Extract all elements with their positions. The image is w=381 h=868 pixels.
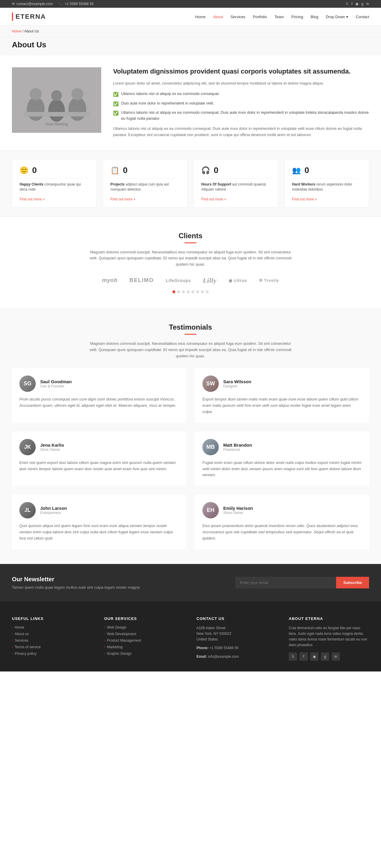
page-title-section: About Us (0, 37, 381, 55)
footer-service-graphic-design[interactable]: › Graphic Design (104, 652, 185, 656)
nav-item-home[interactable]: Home (195, 14, 206, 19)
footer-link-terms[interactable]: › Terms of service (12, 645, 92, 649)
nav-item-portfolio[interactable]: Portfolio (253, 14, 267, 19)
nav-link-about[interactable]: About (213, 14, 223, 19)
dot-2[interactable] (177, 290, 180, 293)
dot-3[interactable] (182, 290, 185, 293)
footer-service-product-mgmt[interactable]: › Product Management (104, 639, 185, 643)
author-name-5: John Larson (40, 506, 67, 511)
testimonial-text-5: Quis quorum aliqua sint quem legam fore … (19, 523, 179, 541)
arrow-icon: › (12, 626, 13, 629)
author-name-1: Saul Goodman (40, 379, 72, 384)
email-icon: ✉ (12, 2, 15, 6)
google-icon[interactable]: g (361, 2, 363, 6)
stat-label-1: Happy Clients consequuntur quae qui deca… (20, 182, 89, 192)
dot-6[interactable] (196, 290, 199, 293)
about-heading: Voluptatem dignissimos provident quasi c… (113, 67, 369, 76)
testimonial-text-4: Fugiat enim eram quae cillum dolore dolo… (202, 460, 362, 478)
footer-facebook-icon[interactable]: f (299, 652, 308, 661)
svg-point-4 (48, 99, 65, 122)
nav-link-portfolio[interactable]: Portfolio (253, 14, 267, 19)
nav-link-team[interactable]: Team (275, 14, 284, 19)
breadcrumb-home[interactable]: Home (12, 29, 22, 33)
footer-linkedin-icon[interactable]: in (331, 652, 340, 661)
avatar-1: SG (19, 375, 36, 392)
nav-item-team[interactable]: Team (275, 14, 284, 19)
stat-link-1[interactable]: Find out more » (20, 197, 45, 201)
author-info-5: John Larson Entrepreneur (40, 506, 67, 515)
nav-link-blog[interactable]: Blog (311, 14, 318, 19)
arrow-icon: › (104, 645, 105, 649)
author-info-6: Emily Harison Store Owner (223, 506, 253, 515)
stat-header-3: 🎧 0 (201, 165, 271, 175)
testimonial-card-4: MB Matt Brandon Freelancer Fugiat enim e… (195, 431, 369, 486)
newsletter-subscribe-button[interactable]: Subscribe (336, 577, 369, 588)
top-bar-social: 𝕏 f ◉ g in (346, 2, 369, 6)
author-role-3: Store Owner (40, 447, 64, 452)
dot-8[interactable] (206, 290, 209, 293)
avatar-6: EH (202, 502, 219, 519)
dot-1[interactable] (172, 290, 175, 293)
phone-icon: 📞 (59, 2, 63, 6)
footer-link-privacy[interactable]: › Privacy policy (12, 652, 92, 656)
newsletter-text: Our Newsletter Tamen quem nulla quae leg… (12, 576, 139, 590)
footer-link-services[interactable]: › Services (12, 639, 92, 643)
nav-item-blog[interactable]: Blog (311, 14, 318, 19)
nav-link-services[interactable]: Services (230, 14, 245, 19)
nav-link-dropdown[interactable]: Drop Down ▾ (326, 14, 349, 19)
about-content: Team Meeting Voluptatem dignissimos prov… (0, 55, 381, 150)
footer-address: A108 Adam Street New York, NY 535022 Uni… (196, 625, 277, 643)
footer-about-text: Cras fermentum odio eu feugiat lide par … (289, 625, 369, 648)
logo-bar-icon (12, 12, 13, 21)
clients-section: Clients Magnam dolores commodi suscipit.… (0, 217, 381, 308)
avatar-placeholder-4: MB (202, 439, 219, 455)
nav-item-pricing[interactable]: Pricing (291, 14, 303, 19)
avatar-3: JK (19, 439, 36, 455)
clients-underline (185, 242, 196, 243)
footer-email: Email: info@example.com (196, 654, 277, 659)
testimonials-underline (185, 334, 196, 335)
nav-link-home[interactable]: Home (195, 14, 206, 19)
breadcrumb-current: About Us (24, 29, 39, 33)
avatar-placeholder-3: JK (19, 439, 36, 455)
breadcrumb: Home / About Us (0, 26, 381, 37)
nav-item-about[interactable]: About (213, 14, 223, 19)
footer-twitter-icon[interactable]: 𝕏 (289, 652, 297, 661)
client-logo-myob: myob (102, 277, 118, 283)
testimonial-card-1: SG Saul Goodman Ceo & Founder Proin iacu… (12, 368, 186, 422)
dot-5[interactable] (191, 290, 194, 293)
arrow-icon: › (12, 645, 13, 649)
testimonials-grid: SG Saul Goodman Ceo & Founder Proin iacu… (12, 368, 369, 549)
nav-link-contact[interactable]: Contact (356, 14, 369, 19)
avatar-2: SW (202, 375, 219, 392)
footer-service-web-dev[interactable]: › Web Development (104, 632, 185, 636)
check-item-2: ✅ Duis aute irure dolor in reprehenderit… (113, 100, 369, 107)
nav-item-contact[interactable]: Contact (356, 14, 369, 19)
linkedin-icon[interactable]: in (367, 2, 369, 6)
nav-item-services[interactable]: Services (230, 14, 245, 19)
footer-service-marketing[interactable]: › Marketing (104, 645, 185, 649)
about-body: Ullamco laboris nisi ut aliquip ex ea co… (113, 126, 369, 138)
nav-item-dropdown[interactable]: Drop Down ▾ (326, 14, 349, 19)
footer-link-about[interactable]: › About us (12, 632, 92, 636)
footer-google-icon[interactable]: g (321, 652, 329, 661)
footer-link-home[interactable]: › Home (12, 625, 92, 629)
stat-link-4[interactable]: Find out more » (292, 197, 317, 201)
twitter-icon[interactable]: 𝕏 (346, 2, 349, 6)
nav-link-pricing[interactable]: Pricing (291, 14, 303, 19)
newsletter-email-input[interactable] (235, 577, 336, 588)
author-name-6: Emily Harison (223, 506, 253, 511)
instagram-icon[interactable]: ◉ (355, 2, 358, 6)
carousel-dots[interactable] (12, 290, 369, 293)
stat-card-happy-clients: 🙂 0 Happy Clients consequuntur quae qui … (12, 159, 97, 208)
clients-title: Clients (12, 232, 369, 240)
stat-link-3[interactable]: Find out more » (201, 197, 226, 201)
footer-service-web-design[interactable]: › Web Design (104, 625, 185, 629)
testimonial-header-4: MB Matt Brandon Freelancer (202, 439, 362, 455)
dot-7[interactable] (201, 290, 204, 293)
author-role-2: Designer (223, 384, 251, 388)
stat-link-2[interactable]: Find out more » (110, 197, 135, 201)
footer-instagram-icon[interactable]: ◉ (310, 652, 318, 661)
dot-4[interactable] (187, 290, 190, 293)
facebook-icon[interactable]: f (352, 2, 352, 6)
